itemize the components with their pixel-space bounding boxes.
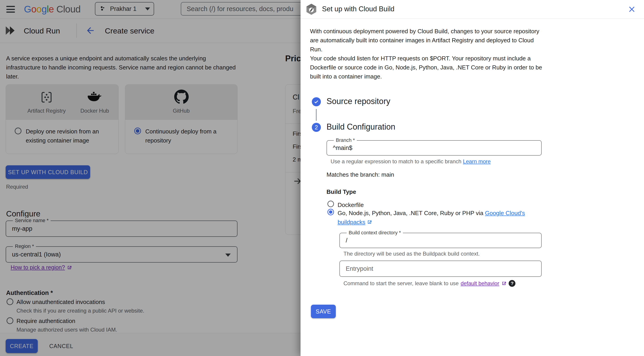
entrypoint-field[interactable] [340,260,542,277]
step2-title: Build Configuration [326,122,395,132]
build-type-heading: Build Type [326,188,356,195]
step1-title[interactable]: Source repository [326,97,390,106]
panel-intro-line-2: Your code should listen for HTTP request… [310,54,546,81]
step-connector [316,109,316,121]
panel-header: Set up with Cloud Build [300,0,644,19]
branch-help-text: Use a regular expression to match to a s… [330,158,463,164]
branch-help: Use a regular expression to match to a s… [330,158,490,165]
buildpacks-link-line1[interactable]: Google Cloud's [485,210,525,216]
branch-match-text: Matches the branch: main [326,171,394,178]
buildpacks-label-prefix: Go, Node.js, Python, Java, .NET Core, Ru… [338,210,485,216]
entrypoint-input[interactable] [340,261,541,276]
external-link-icon [501,281,506,286]
dockerfile-label: Dockerfile [338,200,364,209]
google-cloud-console: Google Cloud Prakhar 1 Search (/) for re… [0,0,644,356]
entrypoint-help: Command to start the server, leave blank… [344,280,516,287]
build-context-help: The directory will be used as the Buildp… [344,251,480,257]
learn-more-link[interactable]: Learn more [463,158,491,164]
step1-complete-icon [312,97,321,106]
build-context-directory-label: Build context directory * [347,230,403,236]
buildpacks-label: Go, Node.js, Python, Java, .NET Core, Ru… [338,209,546,227]
entrypoint-help-text: Command to start the server, leave blank… [344,280,459,286]
branch-field[interactable]: Branch * [326,140,542,156]
panel-title: Set up with Cloud Build [322,5,394,13]
build-context-directory-field[interactable]: Build context directory * [340,233,542,248]
step2-badge: 2 [312,123,321,132]
default-behavior-link[interactable]: default behavior [461,280,500,286]
cloud-build-panel: Set up with Cloud Build With continuous … [300,0,644,356]
external-link-icon [367,219,372,225]
dockerfile-radio[interactable] [328,201,334,207]
buildpacks-radio[interactable] [328,209,334,215]
branch-input[interactable] [327,141,541,155]
buildpacks-link-line2[interactable]: buildpacks [338,219,366,225]
close-icon[interactable] [627,5,636,14]
panel-intro: With continuous deployment powered by Cl… [310,27,546,81]
branch-label: Branch * [334,137,357,143]
cloud-build-icon [305,3,318,16]
save-button[interactable]: SAVE [311,305,336,318]
save-button-label: SAVE [316,308,331,315]
panel-intro-line-1: With continuous deployment powered by Cl… [310,27,546,54]
help-icon[interactable]: ? [509,280,516,287]
